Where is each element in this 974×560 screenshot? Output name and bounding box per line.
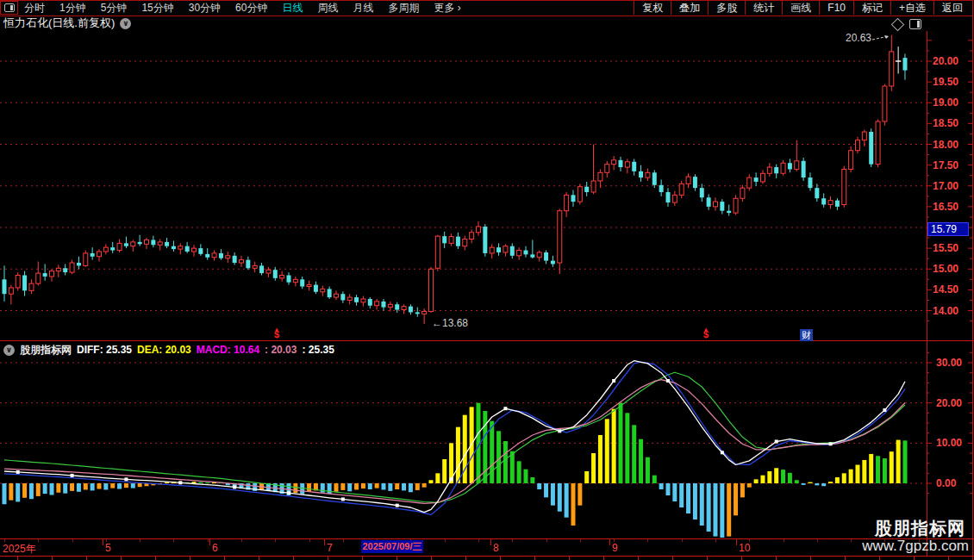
bottom-strip-tick	[707, 557, 708, 560]
week-tick	[478, 539, 479, 542]
tab-日线[interactable]: 日线	[282, 1, 303, 15]
toolbar-button-+自选[interactable]: +自选	[890, 1, 933, 15]
week-tick	[682, 539, 683, 542]
tab-5分钟[interactable]: 5分钟	[101, 1, 128, 15]
month-tick	[490, 539, 491, 545]
toolbar-button-返回[interactable]: 返回	[933, 1, 971, 15]
date-axis-label: 7	[327, 542, 333, 554]
week-tick	[140, 539, 140, 542]
tab-更多 ›[interactable]: 更多 ›	[434, 1, 460, 15]
toolbar-button-复权[interactable]: 复权	[634, 1, 671, 15]
bottom-strip-tick	[569, 557, 570, 560]
tab-1分钟[interactable]: 1分钟	[59, 1, 86, 15]
low-annotation: ←13.68	[432, 317, 468, 329]
split-pane-icon[interactable]	[909, 19, 921, 29]
price-axis-label: 14.50	[933, 283, 972, 296]
chart-title-row: 恒力石化(日线.前复权) ∨	[3, 16, 131, 30]
week-tick	[38, 539, 39, 542]
week-tick	[546, 539, 547, 542]
chevron-down-circle-icon[interactable]: ∨	[120, 18, 131, 29]
tab-60分钟[interactable]: 60分钟	[235, 1, 267, 15]
macd-chart[interactable]	[0, 342, 974, 538]
price-axis-label: 16.50	[933, 201, 972, 213]
tab-周线[interactable]: 周线	[317, 1, 338, 15]
period-menu: 分时1分钟5分钟15分钟30分钟60分钟日线周线月线多周期更多 ›	[24, 1, 461, 15]
date-axis-label: 2025年	[3, 542, 36, 557]
week-tick	[343, 539, 344, 542]
price-highlight-badge: 15.79	[927, 222, 969, 236]
window-right-border	[972, 0, 973, 560]
bottom-strip-tick	[121, 557, 122, 560]
price-axis-label: 19.00	[933, 96, 972, 109]
price-axis-label: 15.00	[933, 263, 972, 275]
toolbar-button-画线[interactable]: 画线	[782, 1, 819, 15]
price-axis-label: 17.50	[933, 159, 972, 171]
toolbar-button-多股[interactable]: 多股	[708, 1, 745, 15]
date-axis-label: 10	[739, 542, 750, 554]
split-pane-icon[interactable]	[0, 1, 18, 15]
macd-axis-label: 30.00	[936, 357, 974, 369]
trading-app-window: 分时1分钟5分钟15分钟30分钟60分钟日线周线月线多周期更多 › 复权叠加多股…	[0, 0, 974, 560]
watermark-url: www.7gpzb.com	[862, 538, 969, 555]
financial-report-badge: 财	[800, 329, 813, 341]
week-tick	[614, 539, 615, 542]
bottom-strip-tick	[741, 557, 742, 560]
bottom-strip-tick	[224, 557, 225, 560]
chart-corner-icons	[893, 19, 921, 29]
toolbar-button-标记[interactable]: 标记	[853, 1, 890, 15]
bottom-strip-tick	[948, 557, 949, 560]
month-tick	[736, 539, 737, 545]
date-axis-label: 5	[105, 542, 111, 554]
tab-月线[interactable]: 月线	[353, 1, 373, 15]
month-tick	[209, 539, 210, 545]
bottom-strip-tick	[465, 557, 466, 560]
diamond-icon[interactable]	[891, 17, 905, 31]
week-tick	[173, 539, 174, 542]
week-tick	[72, 539, 73, 542]
week-tick	[445, 539, 446, 542]
bottom-strip-tick	[914, 557, 915, 560]
week-tick	[817, 539, 818, 542]
tab-15分钟[interactable]: 15分钟	[141, 1, 173, 15]
bottom-strip-tick	[534, 557, 535, 560]
week-tick	[784, 539, 784, 542]
toolbar-button-统计[interactable]: 统计	[745, 1, 782, 15]
date-axis-label: 8	[493, 542, 499, 554]
date-axis-label: 6	[212, 542, 218, 554]
price-axis-label: 18.50	[933, 117, 972, 129]
month-tick	[324, 539, 325, 545]
week-tick	[647, 539, 648, 542]
dividend-marker: ▲$	[703, 327, 709, 337]
bottom-strip-tick	[190, 557, 190, 560]
axis-frame-line	[927, 31, 927, 556]
bottom-strip-tick	[293, 557, 294, 560]
bottom-strip-tick	[810, 557, 811, 560]
candlestick-chart[interactable]	[0, 31, 974, 339]
pane-separator	[0, 340, 974, 341]
bottom-strip-tick	[638, 557, 639, 560]
price-axis-label: 18.00	[933, 139, 972, 151]
week-tick	[241, 539, 242, 542]
tab-多周期[interactable]: 多周期	[388, 1, 419, 15]
date-axis-bottom-line	[0, 556, 974, 557]
high-annotation: 20.63	[846, 32, 871, 44]
week-tick	[851, 539, 852, 542]
toolbar-button-F10[interactable]: F10	[819, 1, 853, 15]
bottom-strip-tick	[672, 557, 673, 560]
bottom-strip-tick	[500, 557, 501, 560]
toolbar-button-叠加[interactable]: 叠加	[671, 1, 708, 15]
month-tick	[609, 539, 610, 545]
price-axis-label: 14.00	[933, 305, 972, 317]
bottom-strip-tick	[52, 557, 53, 560]
bottom-strip-tick	[362, 557, 363, 560]
tab-30分钟[interactable]: 30分钟	[189, 1, 221, 15]
tab-分时[interactable]: 分时	[24, 1, 45, 15]
bottom-strip-tick	[17, 557, 18, 560]
bottom-strip-tick	[776, 557, 777, 560]
macd-axis-label: 10.00	[936, 437, 974, 449]
bottom-strip-tick	[845, 557, 846, 560]
bottom-strip-tick	[86, 557, 87, 560]
macd-axis-label: 0.00	[936, 477, 974, 489]
price-axis-label: 17.00	[933, 180, 972, 192]
week-tick	[4, 539, 5, 542]
